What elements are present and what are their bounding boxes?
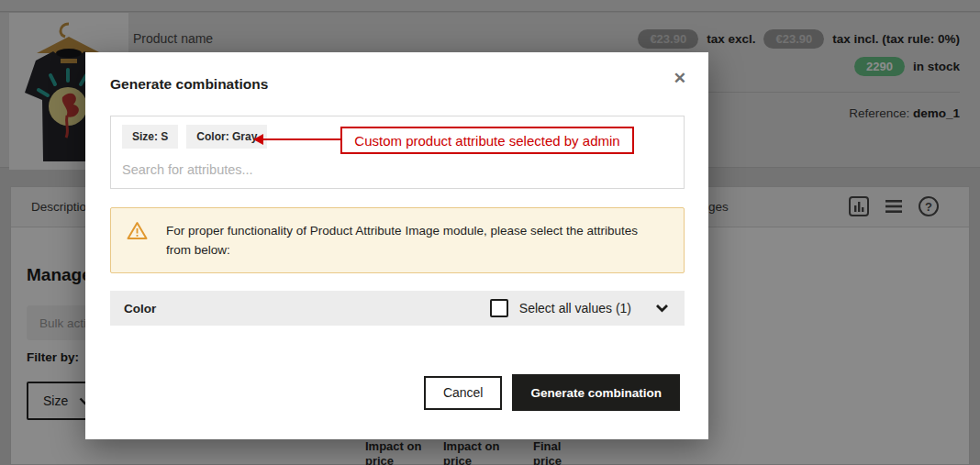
annotation-callout: Custom product attribute selected by adm… — [340, 127, 634, 154]
close-icon[interactable]: ✕ — [674, 71, 686, 86]
select-all-checkbox[interactable] — [490, 299, 508, 317]
tag-size[interactable]: Size: S — [122, 125, 178, 149]
attribute-group-name: Color — [124, 302, 156, 316]
warning-text: For proper functionality of Product Attr… — [166, 221, 639, 260]
modal-title: Generate combinations — [110, 76, 268, 93]
modal-actions: Cancel Generate combination — [424, 374, 680, 411]
annotation-arrow-line — [262, 138, 340, 140]
cancel-button[interactable]: Cancel — [424, 376, 503, 410]
product-page: Product name €23.90 tax excl. €23.90 tax… — [0, 0, 980, 465]
generate-combinations-modal: Generate combinations ✕ Size: S Color: G… — [85, 52, 708, 439]
select-all-label: Select all values (1) — [519, 301, 631, 316]
generate-combination-button[interactable]: Generate combination — [512, 374, 680, 411]
attribute-search-input[interactable] — [122, 159, 489, 181]
warning-triangle-icon — [127, 221, 148, 240]
attribute-group-row-color: Color Select all values (1) — [110, 291, 685, 326]
expand-chevron-icon[interactable] — [655, 304, 669, 313]
selected-attribute-tags: Size: S Color: Gray — [122, 125, 267, 149]
warning-alert: For proper functionality of Product Attr… — [110, 207, 685, 273]
